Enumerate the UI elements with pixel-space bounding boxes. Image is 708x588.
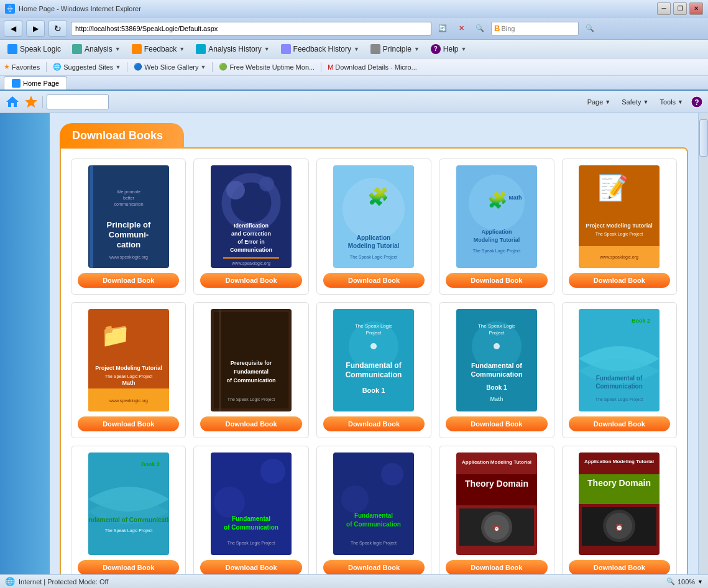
svg-text:Application: Application (481, 229, 512, 235)
favorites-separator (46, 62, 47, 72)
reload-button[interactable]: ↻ (48, 21, 67, 37)
svg-text:Theory Domain: Theory Domain (465, 479, 528, 489)
uptime-label: Free Website Uptime Mon... (229, 63, 315, 71)
menu-feedback-history[interactable]: Feedback History ▼ (276, 42, 364, 56)
books-grid: We promote better communication Principl… (71, 158, 677, 574)
home-tab[interactable]: Home Page (4, 76, 67, 90)
svg-text:Project Modeling Tutorial: Project Modeling Tutorial (586, 223, 653, 229)
download-button-6[interactable]: Download Book (78, 416, 179, 431)
download-button-5[interactable]: Download Book (569, 273, 670, 288)
book-card-5: 📝 Project Modeling Tutorial The Speak Lo… (562, 158, 677, 295)
svg-text:and Correction: and Correction (231, 231, 271, 237)
download-button-15[interactable]: Download Book (569, 560, 670, 574)
minimize-button[interactable]: ─ (657, 2, 671, 15)
toolbar-page-label: Page (587, 98, 604, 106)
right-panel (698, 113, 708, 574)
svg-rect-5 (132, 45, 141, 53)
menu-analysis-label: Analysis (85, 45, 113, 53)
svg-rect-28 (223, 257, 279, 259)
svg-text:Fundamental: Fundamental (354, 512, 393, 519)
svg-text:of Communication: of Communication (347, 521, 402, 528)
download-button-1[interactable]: Download Book (78, 273, 179, 288)
restore-button[interactable]: ❐ (673, 2, 687, 15)
svg-text:The Speak Logic: The Speak Logic (478, 323, 515, 329)
download-button-10[interactable]: Download Book (569, 416, 670, 431)
book-cover-3: 🧩 Application Modeling Tutorial The Spea… (333, 165, 414, 268)
download-button-2[interactable]: Download Book (200, 273, 301, 288)
svg-text:The Speak Logic Project: The Speak Logic Project (105, 374, 152, 379)
browser-content: Download Books We promote better communi… (0, 113, 708, 574)
refresh-icon[interactable]: 🔄 (435, 22, 450, 35)
stop-icon[interactable]: ✕ (454, 22, 469, 35)
toolbar-tools-button[interactable]: Tools ▼ (656, 96, 687, 108)
book-card-3: 🧩 Application Modeling Tutorial The Spea… (316, 158, 431, 295)
svg-text:Math: Math (508, 195, 522, 201)
svg-point-96 (381, 463, 403, 485)
menu-analysis[interactable]: Analysis ▼ (67, 42, 126, 56)
toolbar-favorites-icon[interactable] (24, 94, 39, 109)
web-slice-label: Web Slice Gallery (144, 63, 198, 71)
svg-text:The Speak logic Project: The Speak logic Project (351, 541, 397, 546)
address-input[interactable] (71, 22, 431, 35)
menu-feedback[interactable]: Feedback ▼ (127, 42, 190, 56)
menu-help[interactable]: ? Help ▼ (426, 42, 472, 56)
fav-suggested-sites[interactable]: 🌐 Suggested Sites ▼ (53, 63, 121, 71)
toolbar-help-icon[interactable]: ? (691, 96, 703, 108)
book-cover-7: Prerequisite for Fundamental of Communic… (211, 309, 292, 411)
toolbar-page-button[interactable]: Page ▼ (584, 96, 615, 108)
tools-dropdown-icon: ▼ (678, 99, 683, 105)
search-submit-icon[interactable]: 🔍 (582, 22, 597, 35)
download-button-4[interactable]: Download Book (446, 273, 547, 288)
fav-download-details[interactable]: M Download Details - Micro... (328, 63, 417, 71)
download-button-14[interactable]: Download Book (446, 560, 547, 574)
svg-text:The Speak Logic Project: The Speak Logic Project (105, 528, 152, 533)
back-button[interactable]: ◀ (4, 21, 22, 37)
toolbar-search-input[interactable] (47, 94, 109, 109)
svg-text:www.speaklogic.org: www.speaklogic.org (599, 255, 638, 260)
favorites-bar: ★ Favorites 🌐 Suggested Sites ▼ 🔵 Web Sl… (0, 58, 708, 76)
download-button-11[interactable]: Download Book (78, 560, 179, 574)
favorites-button[interactable]: ★ Favorites (4, 63, 40, 71)
download-button-3[interactable]: Download Book (323, 273, 425, 288)
svg-text:Math: Math (122, 380, 135, 386)
fav-sep-4 (321, 62, 321, 72)
forward-button[interactable]: ▶ (26, 21, 45, 37)
search-input[interactable] (501, 25, 576, 32)
status-left: 🌐 Internet | Protected Mode: Off (5, 577, 109, 586)
svg-point-3 (9, 46, 16, 52)
toolbar-safety-button[interactable]: Safety ▼ (618, 96, 652, 108)
principle-icon (370, 44, 380, 54)
principle-dropdown-icon: ▼ (414, 46, 420, 52)
menu-speak-logic-label: Speak Logic (20, 45, 61, 53)
svg-rect-4 (73, 45, 81, 53)
suggested-sites-icon: 🌐 (53, 63, 62, 71)
scrollbar-track (699, 113, 708, 574)
svg-text:Theory Domain: Theory Domain (587, 478, 651, 488)
close-button[interactable]: ✕ (689, 2, 703, 15)
fav-uptime[interactable]: 🟢 Free Website Uptime Mon... (219, 63, 315, 71)
zoom-controls[interactable]: 🔍 100% ▼ (666, 577, 703, 586)
download-button-7[interactable]: Download Book (200, 416, 301, 431)
download-button-12[interactable]: Download Book (200, 560, 301, 574)
toolbar-home-icon[interactable] (5, 94, 20, 109)
svg-text:Identification: Identification (234, 223, 269, 229)
speak-logic-icon (7, 44, 17, 54)
fav-web-slice[interactable]: 🔵 Web Slice Gallery ▼ (134, 63, 206, 71)
book-card-8: The Speak Logic Project Fundamental of C… (316, 302, 431, 438)
svg-text:We promote: We promote (117, 190, 140, 195)
download-button-9[interactable]: Download Book (446, 416, 547, 431)
book-card-15: Application Modeling Tutorial Theory Dom… (562, 446, 677, 574)
scrollbar-thumb[interactable] (699, 119, 708, 157)
book-cover-4: 🧩 Math Application Modeling Tutorial The… (456, 165, 537, 268)
svg-text:Book 2: Book 2 (141, 461, 160, 467)
svg-text:Application Modeling Tutorial: Application Modeling Tutorial (584, 459, 654, 464)
book-cover-6: 📁 Project Modeling Tutorial The Speak Lo… (88, 309, 169, 411)
download-button-8[interactable]: Download Book (323, 416, 425, 431)
download-button-13[interactable]: Download Book (323, 560, 425, 574)
svg-rect-8 (371, 45, 380, 53)
search-icon[interactable]: 🔍 (472, 22, 487, 35)
menu-analysis-history[interactable]: Analysis History ▼ (191, 42, 274, 56)
home-tab-label: Home Page (23, 80, 59, 87)
menu-speak-logic[interactable]: Speak Logic (2, 42, 66, 56)
menu-principle[interactable]: Principle ▼ (365, 42, 425, 56)
